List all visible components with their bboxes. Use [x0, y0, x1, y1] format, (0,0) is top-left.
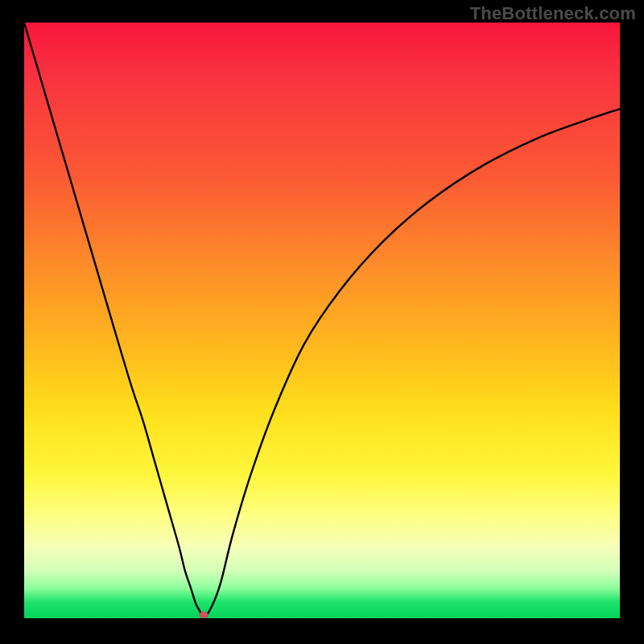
- minimum-marker-icon: [200, 612, 208, 618]
- bottleneck-curve: [24, 23, 620, 618]
- chart-frame: TheBottleneck.com: [0, 0, 644, 644]
- watermark-text: TheBottleneck.com: [470, 3, 636, 24]
- plot-area: [24, 23, 620, 618]
